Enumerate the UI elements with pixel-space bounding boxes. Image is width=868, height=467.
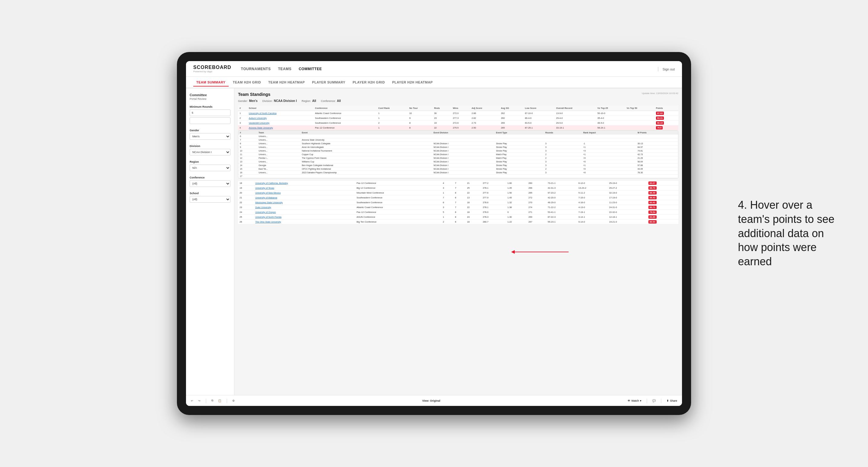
conference-filter-value: All <box>337 99 341 102</box>
col-points: Points <box>654 105 678 111</box>
rank-cell: 1 <box>238 111 247 116</box>
tooltip-row: 6 Univers... <box>238 134 678 138</box>
school-select[interactable]: (All) <box>190 196 230 203</box>
bottom-bar: ↩ ↪ | ⧉ 📋 | ⚙ View: Original 👁 Watch ▾ |… <box>186 395 682 406</box>
col-rank: # <box>238 105 247 111</box>
sub-nav-player-h2h-grid[interactable]: PLAYER H2H GRID <box>350 79 388 86</box>
tooltip-row: 16 Univers... 2023 Sahalee Players Champ… <box>238 171 678 175</box>
nav-teams[interactable]: TEAMS <box>278 66 291 72</box>
vs50-cell <box>625 111 654 116</box>
chevron-down-icon: ▾ <box>640 399 642 402</box>
school-cell: University of North Carolina <box>247 111 314 116</box>
sign-out-area: | Sign out <box>657 66 675 72</box>
tooltip-table: # Team Event Event Division Event Type R… <box>238 131 678 178</box>
division-filter-label: Division: <box>262 99 273 102</box>
table-row: 1 University of North Carolina Atlantic … <box>238 111 678 116</box>
points-cell[interactable]: 97.02 <box>654 111 678 116</box>
tooltip-col-type: Event Type <box>495 131 544 134</box>
standings-title: Team Standings <box>238 92 270 97</box>
sign-out-button[interactable]: Sign out <box>663 67 675 71</box>
min-rounds-input-2[interactable] <box>190 117 230 124</box>
table-header-row: # School Conference Conf Rank No Tour Rn… <box>238 105 678 111</box>
sub-nav-team-summary[interactable]: TEAM SUMMARY <box>193 79 229 87</box>
settings-button[interactable]: ⚙ <box>232 399 235 402</box>
wins-cell: 272.0 <box>451 111 470 116</box>
vs25-cell: 50-10-0 <box>596 111 625 116</box>
tooltip-row: 13 Univers... Williams Cup NCAA Division… <box>238 160 678 164</box>
table-row: 18 University of California, Berkeley Pa… <box>238 181 678 186</box>
nav-links: TOURNAMENTS TEAMS COMMITTEE <box>241 66 657 72</box>
table-row: 26 The Ohio State University Big Ten Con… <box>238 220 678 224</box>
col-conf-rank: Conf Rank <box>377 105 408 111</box>
comment-button[interactable]: 💬 <box>652 399 656 402</box>
gender-select[interactable]: Men's Women's <box>190 133 230 140</box>
sidebar-section-school: School <box>190 192 230 195</box>
logo-sub: Powered by clippi <box>193 70 231 73</box>
copy-button[interactable]: ⧉ <box>211 399 213 402</box>
nav-committee[interactable]: COMMITTEE <box>299 66 322 72</box>
tooltip-row: 14 Georgia Ben Hogan Collegiate Invitati… <box>238 164 678 167</box>
sidebar-section-conference: Conference <box>190 176 230 179</box>
tablet-screen: SCOREBOARD Powered by clippi TOURNAMENTS… <box>186 61 682 406</box>
col-wins: Wins <box>451 105 470 111</box>
conf-rank-cell: 1 <box>377 111 408 116</box>
min-rounds-input-1[interactable] <box>190 110 230 116</box>
region-select[interactable]: N/A <box>190 164 230 171</box>
sub-navigation: TEAM SUMMARY TEAM H2H GRID TEAM H2H HEAT… <box>186 77 682 88</box>
tooltip-row: 17 <box>238 175 678 178</box>
overall-cell: 13-9-0 <box>555 111 596 116</box>
sub-nav-team-h2h-grid[interactable]: TEAM H2H GRID <box>230 79 264 86</box>
conference-filter-label: Conference: <box>321 99 336 102</box>
share-icon: ⬆ <box>666 399 669 402</box>
conference-select[interactable]: (All) <box>190 180 230 187</box>
tooltip-col-rank: # <box>238 131 257 134</box>
sub-nav-team-h2h-heatmap[interactable]: TEAM H2H HEATMAP <box>265 79 308 86</box>
col-avg-sg: Avg SG <box>499 105 523 111</box>
region-filter: Region: All <box>302 99 316 102</box>
paste-button[interactable]: 📋 <box>218 399 221 402</box>
portal-title: Committee <box>190 93 230 97</box>
sidebar-section-division: Division <box>190 145 230 148</box>
view-original-button[interactable]: View: Original <box>422 399 440 402</box>
tooltip-row: 15 East Tei... OFCC Fighting Illini Invi… <box>238 167 678 171</box>
table-row: 2 Auburn University Southeastern Confere… <box>238 116 678 121</box>
annotation-text: 4. Hover over a team's points to see add… <box>738 198 844 269</box>
sub-nav-player-summary[interactable]: PLAYER SUMMARY <box>309 79 348 86</box>
share-button[interactable]: ⬆ Share <box>666 399 677 402</box>
division-filter-value: NCAA Division I <box>274 99 297 102</box>
tooltip-row: 8 Univers... Southern Highlands Collegia… <box>238 142 678 146</box>
undo-button[interactable]: ↩ <box>191 399 193 402</box>
tooltip-col-event: Event <box>300 131 432 134</box>
tooltip-row: 11 Univers... Copper Cup NCAA Division I… <box>238 153 678 156</box>
tooltip-row: 10 Univers... National Invitational Tour… <box>238 149 678 153</box>
table-row: 19 University of Texas Big 12 Conference… <box>238 186 678 191</box>
gender-filter-label: Gender: <box>238 99 248 102</box>
division-select[interactable]: NCAA Division I <box>190 149 230 155</box>
main-content: Committee Portal Review Minimum Rounds G… <box>186 88 682 395</box>
content-area: Team Standings Update time: 13/03/2024 1… <box>235 88 682 395</box>
redo-button[interactable]: ↪ <box>198 399 200 402</box>
col-rnds: Rnds <box>433 105 451 111</box>
tooltip-col-points: W Points <box>636 131 678 134</box>
gender-filter-value: Men's <box>249 99 258 102</box>
col-vs25: Vs Top 25 <box>596 105 625 111</box>
rnds-cell: 30 <box>433 111 451 116</box>
sidebar-section-min-rounds: Minimum Rounds <box>190 105 230 108</box>
gender-filter: Gender: Men's <box>238 99 257 102</box>
tooltip-col-team: Team <box>257 131 300 134</box>
sidebar: Committee Portal Review Minimum Rounds G… <box>186 88 235 395</box>
sub-nav-player-h2h-heatmap[interactable]: PLAYER H2H HEATMAP <box>389 79 436 86</box>
nav-tournaments[interactable]: TOURNAMENTS <box>241 66 271 72</box>
col-no-tour: No Tour <box>408 105 433 111</box>
portal-subtitle: Portal Review <box>190 97 230 100</box>
watch-button[interactable]: 👁 Watch ▾ <box>627 399 641 402</box>
notour-cell: 10 <box>408 111 433 116</box>
table-row: 21 University of Alabama Southeastern Co… <box>238 195 678 200</box>
region-filter-value: All <box>312 99 316 102</box>
logo-area: SCOREBOARD Powered by clippi <box>193 65 231 73</box>
standings-header: Team Standings Update time: 13/03/2024 1… <box>238 92 678 97</box>
tablet-device: SCOREBOARD Powered by clippi TOURNAMENTS… <box>177 52 691 415</box>
tooltip-expanded-table: # Team Event Event Division Event Type R… <box>238 130 678 179</box>
low-cell: 67-10-0 <box>524 111 555 116</box>
tooltip-col-division: Event Division <box>432 131 495 134</box>
